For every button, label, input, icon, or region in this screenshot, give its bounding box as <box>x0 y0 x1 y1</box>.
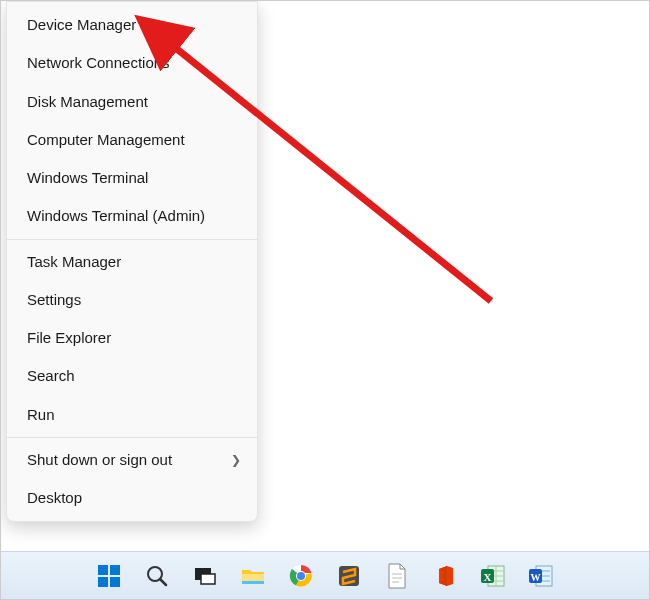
menu-label: Network Connections <box>27 53 170 73</box>
menu-item-search[interactable]: Search <box>7 357 257 395</box>
menu-item-network-connections[interactable]: Network Connections <box>7 44 257 82</box>
menu-divider <box>7 437 257 438</box>
menu-item-shutdown-signout[interactable]: Shut down or sign out ❯ <box>7 441 257 479</box>
taskbar[interactable]: X W <box>1 551 649 599</box>
menu-label: Shut down or sign out <box>27 450 172 470</box>
svg-text:X: X <box>484 570 492 582</box>
taskbar-task-view[interactable] <box>185 556 225 596</box>
taskbar-file-explorer[interactable] <box>233 556 273 596</box>
taskbar-word[interactable]: W <box>521 556 561 596</box>
svg-rect-3 <box>110 565 120 575</box>
office-icon <box>433 564 457 588</box>
menu-item-desktop[interactable]: Desktop <box>7 479 257 517</box>
taskbar-office[interactable] <box>425 556 465 596</box>
taskbar-excel[interactable]: X <box>473 556 513 596</box>
document-icon <box>386 563 408 589</box>
menu-label: Desktop <box>27 488 82 508</box>
menu-label: Windows Terminal (Admin) <box>27 206 205 226</box>
svg-rect-5 <box>110 577 120 587</box>
menu-label: Disk Management <box>27 92 148 112</box>
menu-item-file-explorer[interactable]: File Explorer <box>7 319 257 357</box>
search-icon <box>145 564 169 588</box>
svg-text:W: W <box>531 571 541 582</box>
menu-item-settings[interactable]: Settings <box>7 281 257 319</box>
svg-rect-2 <box>98 565 108 575</box>
taskbar-search[interactable] <box>137 556 177 596</box>
sublime-icon <box>337 564 361 588</box>
svg-line-7 <box>160 579 166 585</box>
menu-item-computer-management[interactable]: Computer Management <box>7 121 257 159</box>
menu-label: Device Manager <box>27 15 136 35</box>
word-icon: W <box>528 564 554 588</box>
svg-rect-9 <box>201 574 215 584</box>
menu-label: Settings <box>27 290 81 310</box>
svg-point-14 <box>297 572 305 580</box>
task-view-icon <box>193 564 217 588</box>
menu-item-disk-management[interactable]: Disk Management <box>7 83 257 121</box>
menu-item-task-manager[interactable]: Task Manager <box>7 243 257 281</box>
svg-rect-11 <box>242 581 264 584</box>
svg-rect-4 <box>98 577 108 587</box>
menu-item-device-manager[interactable]: Device Manager <box>7 6 257 44</box>
menu-label: File Explorer <box>27 328 111 348</box>
excel-icon: X <box>480 564 506 588</box>
menu-item-windows-terminal-admin[interactable]: Windows Terminal (Admin) <box>7 197 257 235</box>
menu-label: Windows Terminal <box>27 168 148 188</box>
chrome-icon <box>289 564 313 588</box>
chevron-right-icon: ❯ <box>231 452 241 468</box>
menu-item-run[interactable]: Run <box>7 396 257 434</box>
menu-divider <box>7 239 257 240</box>
start-button[interactable] <box>89 556 129 596</box>
folder-icon <box>240 564 266 588</box>
menu-label: Search <box>27 366 75 386</box>
windows-logo-icon <box>97 564 121 588</box>
taskbar-notepad[interactable] <box>377 556 417 596</box>
winx-context-menu[interactable]: Device Manager Network Connections Disk … <box>6 1 258 522</box>
menu-label: Computer Management <box>27 130 185 150</box>
taskbar-sublime-text[interactable] <box>329 556 369 596</box>
menu-label: Task Manager <box>27 252 121 272</box>
menu-item-windows-terminal[interactable]: Windows Terminal <box>7 159 257 197</box>
taskbar-chrome[interactable] <box>281 556 321 596</box>
menu-label: Run <box>27 405 55 425</box>
